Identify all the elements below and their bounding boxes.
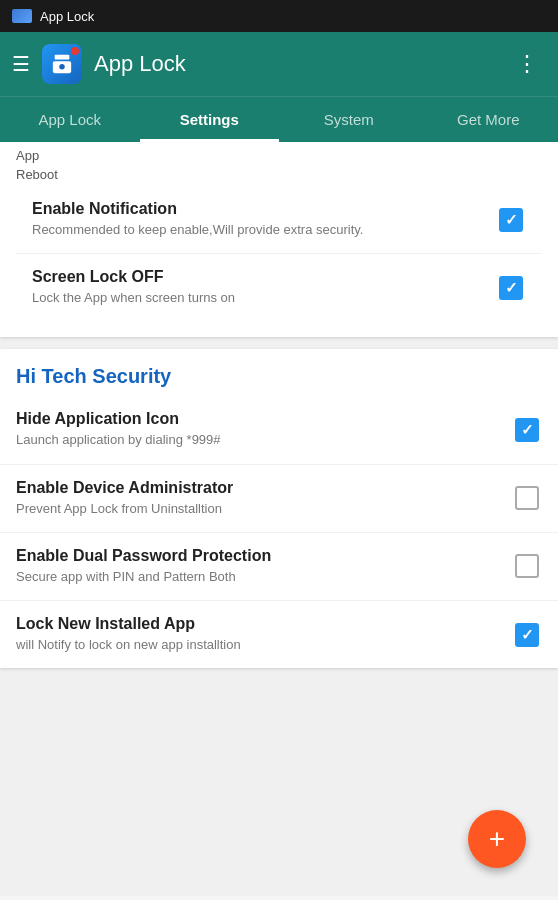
setting-title-screen-lock-off: Screen Lock OFF xyxy=(32,268,484,286)
checkbox-container-lock-new-installed-app[interactable] xyxy=(512,620,542,650)
setting-title-enable-dual-password: Enable Dual Password Protection xyxy=(16,547,500,565)
checkbox-container-hide-application-icon[interactable] xyxy=(512,415,542,445)
checkbox-container-enable-notification[interactable] xyxy=(496,205,526,235)
partial-reboot-label: Reboot xyxy=(16,167,542,182)
setting-title-hide-application-icon: Hide Application Icon xyxy=(16,410,500,428)
more-options-icon[interactable]: ⋮ xyxy=(508,43,546,85)
partial-app-label: App xyxy=(16,148,542,163)
status-bar-app-icon xyxy=(12,9,32,23)
setting-row-hide-application-icon: Hide Application Icon Launch application… xyxy=(0,396,558,464)
checkbox-enable-notification[interactable] xyxy=(499,208,523,232)
setting-desc-lock-new-installed-app: will Notify to lock on new app installti… xyxy=(16,636,500,654)
setting-row-lock-new-installed-app: Lock New Installed App will Notify to lo… xyxy=(0,601,558,668)
svg-rect-0 xyxy=(55,55,70,60)
status-bar: App Lock xyxy=(0,0,558,32)
nav-tabs: App Lock Settings System Get More xyxy=(0,96,558,142)
checkbox-screen-lock-off[interactable] xyxy=(499,276,523,300)
checkbox-enable-dual-password[interactable] xyxy=(515,554,539,578)
menu-icon[interactable]: ☰ xyxy=(12,52,30,76)
setting-desc-enable-device-admin: Prevent App Lock from Uninstalltion xyxy=(16,500,500,518)
setting-desc-hide-application-icon: Launch application by dialing *999# xyxy=(16,431,500,449)
tab-get-more[interactable]: Get More xyxy=(419,97,559,142)
hi-tech-security-heading: Hi Tech Security xyxy=(0,349,558,396)
svg-point-2 xyxy=(59,64,65,70)
fab-button[interactable]: + xyxy=(468,810,526,868)
main-content: App Reboot Enable Notification Recommend… xyxy=(0,142,558,896)
setting-desc-enable-dual-password: Secure app with PIN and Pattern Both xyxy=(16,568,500,586)
checkbox-container-enable-dual-password[interactable] xyxy=(512,551,542,581)
setting-title-lock-new-installed-app: Lock New Installed App xyxy=(16,615,500,633)
setting-desc-screen-lock-off: Lock the App when screen turns on xyxy=(32,289,484,307)
tab-app-lock[interactable]: App Lock xyxy=(0,97,140,142)
setting-row-enable-dual-password: Enable Dual Password Protection Secure a… xyxy=(0,533,558,601)
setting-row-enable-device-admin: Enable Device Administrator Prevent App … xyxy=(0,465,558,533)
checkbox-hide-application-icon[interactable] xyxy=(515,418,539,442)
partial-card: App Reboot Enable Notification Recommend… xyxy=(0,142,558,337)
toolbar-title: App Lock xyxy=(94,51,508,77)
checkbox-container-enable-device-admin[interactable] xyxy=(512,483,542,513)
setting-row-enable-notification: Enable Notification Recommended to keep … xyxy=(16,186,542,254)
hi-tech-security-card: Hi Tech Security Hide Application Icon L… xyxy=(0,349,558,668)
setting-title-enable-device-admin: Enable Device Administrator xyxy=(16,479,500,497)
checkbox-enable-device-admin[interactable] xyxy=(515,486,539,510)
setting-desc-enable-notification: Recommended to keep enable,Will provide … xyxy=(32,221,484,239)
setting-title-enable-notification: Enable Notification xyxy=(32,200,484,218)
app-icon xyxy=(42,44,82,84)
checkbox-lock-new-installed-app[interactable] xyxy=(515,623,539,647)
setting-row-screen-lock-off: Screen Lock OFF Lock the App when screen… xyxy=(16,254,542,321)
checkbox-container-screen-lock-off[interactable] xyxy=(496,273,526,303)
tab-settings[interactable]: Settings xyxy=(140,97,280,142)
fab-icon: + xyxy=(489,825,505,853)
toolbar: ☰ App Lock ⋮ xyxy=(0,32,558,96)
tab-system[interactable]: System xyxy=(279,97,419,142)
status-bar-title: App Lock xyxy=(40,9,94,24)
